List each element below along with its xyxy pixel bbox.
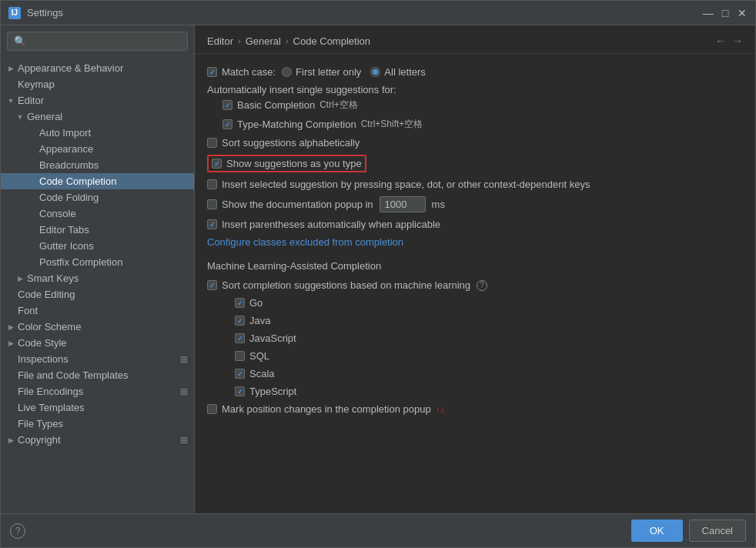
ml-lang-name-go: Go	[249, 297, 263, 309]
help-button[interactable]: ?	[10, 523, 25, 539]
breadcrumb-general: General	[246, 35, 281, 47]
sidebar-item-code-completion[interactable]: Code Completion	[1, 173, 194, 189]
expand-arrow	[7, 356, 15, 363]
sidebar-item-code-editing[interactable]: Code Editing	[1, 286, 194, 302]
type-matching-label[interactable]: Type-Matching Completion Ctrl+Shift+空格	[222, 118, 423, 131]
ml-lang-checkbox-javascript[interactable]	[235, 333, 245, 343]
sidebar-item-inspections[interactable]: Inspections ⊞	[1, 351, 194, 367]
sidebar-item-code-folding[interactable]: Code Folding	[1, 189, 194, 206]
close-button[interactable]: ✕	[737, 8, 748, 18]
sidebar-item-file-types[interactable]: File Types	[1, 416, 194, 432]
ml-lang-checkbox-java[interactable]	[235, 316, 245, 326]
sidebar-item-appearance[interactable]: Appearance	[1, 141, 194, 157]
ml-lang-label-scala[interactable]: Scala	[235, 368, 275, 379]
sidebar-item-general[interactable]: ▼ General	[1, 109, 194, 125]
back-button[interactable]: ←	[715, 35, 726, 47]
insert-space-checkbox[interactable]	[207, 179, 217, 189]
action-buttons: OK Cancel	[631, 520, 746, 542]
ml-lang-checkbox-scala[interactable]	[235, 369, 245, 379]
maximize-button[interactable]: □	[720, 8, 731, 18]
first-letter-radio[interactable]	[282, 67, 292, 77]
ml-lang-label-sql[interactable]: SQL	[235, 350, 269, 362]
expand-arrow	[28, 178, 36, 185]
sidebar-item-gutter-icons[interactable]: Gutter Icons	[1, 238, 194, 254]
ml-lang-label-go[interactable]: Go	[235, 297, 263, 309]
sidebar-item-label: Smart Keys	[27, 272, 79, 284]
minimize-button[interactable]: —	[703, 8, 714, 18]
sidebar-item-font[interactable]: Font	[1, 302, 194, 319]
ml-languages-list: GoJavaJavaScriptSQLScalaTypeScript	[207, 297, 743, 397]
doc-popup-label[interactable]: Show the documentation popup in	[207, 199, 373, 210]
sidebar-item-copyright[interactable]: ▶ Copyright ⊞	[1, 432, 194, 448]
sidebar-item-label: General	[27, 111, 62, 122]
auto-insert-label: Automatically insert single suggestions …	[207, 84, 396, 95]
mark-position-checkbox[interactable]	[207, 404, 217, 414]
ml-lang-name-java: Java	[249, 315, 270, 326]
ok-button[interactable]: OK	[631, 520, 683, 542]
first-letter-label: First letter only	[296, 66, 361, 78]
show-suggestions-checkbox[interactable]	[212, 159, 222, 169]
search-input[interactable]	[7, 32, 188, 51]
insert-space-label[interactable]: Insert selected suggestion by pressing s…	[207, 179, 590, 190]
cancel-button[interactable]: Cancel	[689, 520, 746, 542]
expand-arrow	[7, 420, 15, 428]
sidebar-item-appearance-behavior[interactable]: ▶ Appearance & Behavior	[1, 60, 194, 76]
sidebar-item-file-code-templates[interactable]: File and Code Templates	[1, 367, 194, 383]
sidebar-item-label: Live Templates	[18, 402, 84, 413]
sidebar-item-file-encodings[interactable]: File Encodings ⊞	[1, 383, 194, 399]
all-letters-radio[interactable]	[370, 67, 380, 77]
sidebar-tree: ▶ Appearance & Behavior Keymap ▼ Editor …	[1, 57, 194, 513]
sidebar-item-color-scheme[interactable]: ▶ Color Scheme	[1, 319, 194, 335]
sidebar-item-label: Keymap	[18, 79, 55, 90]
sidebar-item-keymap[interactable]: Keymap	[1, 76, 194, 92]
insert-parens-row: Insert parentheses automatically when ap…	[207, 219, 743, 230]
first-letter-radio-label[interactable]: First letter only	[282, 66, 361, 78]
ml-lang-checkbox-go[interactable]	[235, 298, 245, 308]
ml-lang-name-javascript: JavaScript	[249, 332, 296, 344]
sidebar-item-label: Console	[39, 208, 76, 219]
configure-link[interactable]: Configure classes excluded from completi…	[207, 236, 403, 248]
panel-header: Editor › General › Code Completion ← →	[195, 25, 755, 54]
basic-completion-label[interactable]: Basic Completion Ctrl+空格	[222, 99, 358, 112]
basic-completion-checkbox[interactable]	[222, 100, 232, 110]
all-letters-radio-label[interactable]: All letters	[370, 66, 425, 78]
ml-sort-label[interactable]: Sort completion suggestions based on mac…	[207, 279, 470, 291]
ml-lang-checkbox-typescript[interactable]	[235, 386, 245, 396]
doc-popup-input[interactable]	[380, 196, 426, 212]
sidebar-item-editor-tabs[interactable]: Editor Tabs	[1, 222, 194, 238]
sidebar-item-postfix-completion[interactable]: Postfix Completion	[1, 254, 194, 270]
insert-parens-checkbox[interactable]	[207, 219, 217, 229]
basic-completion-text: Basic Completion	[237, 99, 315, 111]
sidebar-item-label: Code Style	[18, 337, 67, 349]
ml-lang-row: SQL	[207, 350, 743, 362]
sidebar-item-label: Code Completion	[39, 175, 116, 187]
sidebar-item-console[interactable]: Console	[1, 206, 194, 222]
ml-sort-checkbox[interactable]	[207, 280, 217, 290]
ml-lang-label-javascript[interactable]: JavaScript	[235, 332, 296, 344]
badge-icon: ⊞	[180, 354, 188, 365]
sort-alphabetically-label[interactable]: Sort suggestions alphabetically	[207, 137, 360, 149]
expand-arrow	[28, 145, 36, 153]
type-matching-checkbox[interactable]	[222, 119, 232, 129]
show-suggestions-label[interactable]: Show suggestions as you type	[212, 158, 362, 169]
ml-help-icon[interactable]: ?	[477, 280, 487, 291]
doc-popup-checkbox[interactable]	[207, 199, 217, 209]
breadcrumb-sep-2: ›	[286, 36, 289, 45]
ml-lang-label-java[interactable]: Java	[235, 315, 270, 326]
sidebar-item-live-templates[interactable]: Live Templates	[1, 399, 194, 416]
sidebar-item-auto-import[interactable]: Auto Import	[1, 125, 194, 141]
match-case-checkbox[interactable]	[207, 67, 217, 77]
ml-lang-label-typescript[interactable]: TypeScript	[235, 386, 296, 397]
sidebar-item-breadcrumbs[interactable]: Breadcrumbs	[1, 157, 194, 173]
sidebar-item-smart-keys[interactable]: ▶ Smart Keys	[1, 270, 194, 286]
sidebar-item-editor[interactable]: ▼ Editor	[1, 92, 194, 109]
sidebar-item-label: Editor	[18, 95, 44, 106]
match-case-checkbox-label[interactable]: Match case:	[207, 66, 276, 78]
sort-alphabetically-checkbox[interactable]	[207, 138, 217, 148]
auto-insert-row: Automatically insert single suggestions …	[207, 84, 743, 95]
insert-parens-label[interactable]: Insert parentheses automatically when ap…	[207, 219, 440, 230]
sidebar-item-code-style[interactable]: ▶ Code Style	[1, 335, 194, 351]
forward-button[interactable]: →	[732, 35, 743, 47]
mark-position-label[interactable]: Mark position changes in the completion …	[207, 403, 445, 415]
ml-lang-checkbox-sql[interactable]	[235, 351, 245, 361]
